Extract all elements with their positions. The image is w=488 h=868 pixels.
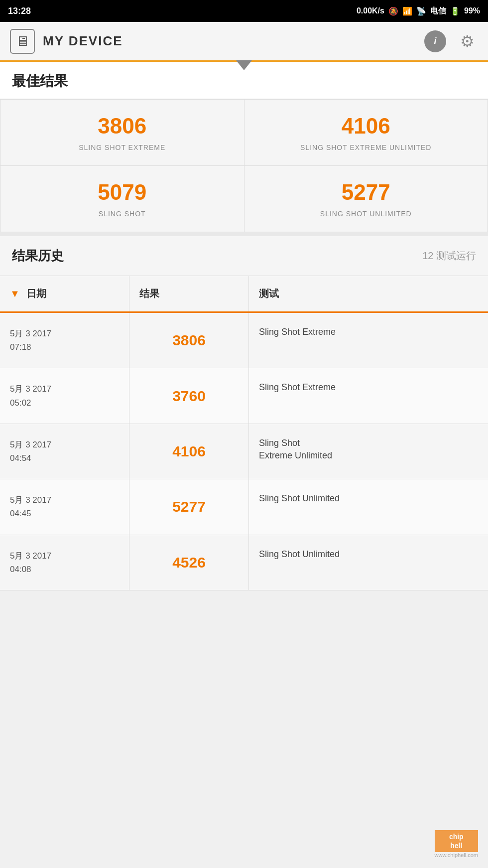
nav-arrow xyxy=(236,60,252,70)
carrier-label: 电信 xyxy=(430,6,446,16)
score-label-3: SLING SHOT UNLIMITED xyxy=(320,210,412,218)
table-row: 5月 3 201707:18 3806 Sling Shot Extreme xyxy=(0,313,488,368)
wifi-icon: 📶 xyxy=(402,6,412,16)
header-actions: i ⚙ xyxy=(424,30,478,52)
row-4-result: 4526 xyxy=(129,535,249,590)
row-2-result: 4106 xyxy=(129,424,249,479)
table-header-row: ▼ 日期 结果 测试 xyxy=(0,276,488,313)
info-button[interactable]: i xyxy=(424,30,446,52)
row-4-date: 5月 3 201704:08 xyxy=(0,535,129,590)
score-label-2: SLING SHOT xyxy=(99,210,146,218)
header-test: 测试 xyxy=(249,276,488,311)
score-cards-grid: 3806 SLING SHOT EXTREME 4106 SLING SHOT … xyxy=(0,99,488,232)
row-0-result: 3806 xyxy=(129,313,249,368)
watermark: chiphell www.chiphell.com xyxy=(435,830,478,858)
row-4-test: Sling Shot Unlimited xyxy=(249,535,488,590)
score-value-2: 5079 xyxy=(98,180,146,205)
status-time: 13:28 xyxy=(8,6,31,16)
score-card-0: 3806 SLING SHOT EXTREME xyxy=(0,100,244,165)
score-value-3: 5277 xyxy=(342,180,390,205)
row-0-test: Sling Shot Extreme xyxy=(249,313,488,368)
row-3-test: Sling Shot Unlimited xyxy=(249,479,488,534)
status-icons: 0.00K/s 🔕 📶 📡 电信 🔋 99% xyxy=(357,6,480,16)
row-3-date: 5月 3 201704:45 xyxy=(0,479,129,534)
row-1-result: 3760 xyxy=(129,368,249,423)
page-title: MY DEVICE xyxy=(43,33,123,49)
app-header: 🖥 MY DEVICE i ⚙ xyxy=(0,22,488,62)
settings-button[interactable]: ⚙ xyxy=(456,30,478,52)
history-section-header: 结果历史 12 测试运行 xyxy=(0,232,488,276)
battery-icon: 🔋 xyxy=(450,6,460,16)
tablet-icon: 🖥 xyxy=(15,33,29,49)
history-count: 12 测试运行 xyxy=(422,249,476,263)
mute-icon: 🔕 xyxy=(388,6,398,16)
device-icon: 🖥 xyxy=(10,29,35,54)
row-0-date: 5月 3 201707:18 xyxy=(0,313,129,368)
row-2-date: 5月 3 201704:54 xyxy=(0,424,129,479)
score-card-3: 5277 SLING SHOT UNLIMITED xyxy=(244,166,488,232)
score-label-1: SLING SHOT EXTREME UNLIMITED xyxy=(300,144,431,151)
status-bar: 13:28 0.00K/s 🔕 📶 📡 电信 🔋 99% xyxy=(0,0,488,22)
table-row: 5月 3 201704:08 4526 Sling Shot Unlimited xyxy=(0,535,488,590)
score-value-0: 3806 xyxy=(98,114,146,139)
table-row: 5月 3 201704:45 5277 Sling Shot Unlimited xyxy=(0,479,488,535)
gear-icon: ⚙ xyxy=(460,32,475,51)
row-3-result: 5277 xyxy=(129,479,249,534)
score-label-0: SLING SHOT EXTREME xyxy=(79,144,165,151)
score-card-1: 4106 SLING SHOT EXTREME UNLIMITED xyxy=(244,100,488,165)
row-1-date: 5月 3 201705:02 xyxy=(0,368,129,423)
history-table: ▼ 日期 结果 测试 5月 3 201707:18 3806 Sling Sho… xyxy=(0,276,488,590)
history-title: 结果历史 xyxy=(12,247,64,265)
score-value-1: 4106 xyxy=(342,114,390,139)
watermark-url: www.chiphell.com xyxy=(435,852,478,858)
chip-logo: chiphell xyxy=(435,830,478,852)
battery-percent: 99% xyxy=(464,6,480,15)
table-row: 5月 3 201705:02 3760 Sling Shot Extreme xyxy=(0,368,488,424)
row-2-test: Sling Shot Extreme Unlimited xyxy=(249,424,488,479)
signal-icon: 📡 xyxy=(416,6,426,16)
table-row: 5月 3 201704:54 4106 Sling Shot Extreme U… xyxy=(0,424,488,479)
sort-desc-icon: ▼ xyxy=(10,288,20,299)
status-speed: 0.00K/s xyxy=(357,6,384,15)
score-card-2: 5079 SLING SHOT xyxy=(0,166,244,232)
row-1-test: Sling Shot Extreme xyxy=(249,368,488,423)
header-result: 结果 xyxy=(129,276,249,311)
header-date[interactable]: ▼ 日期 xyxy=(0,276,129,311)
